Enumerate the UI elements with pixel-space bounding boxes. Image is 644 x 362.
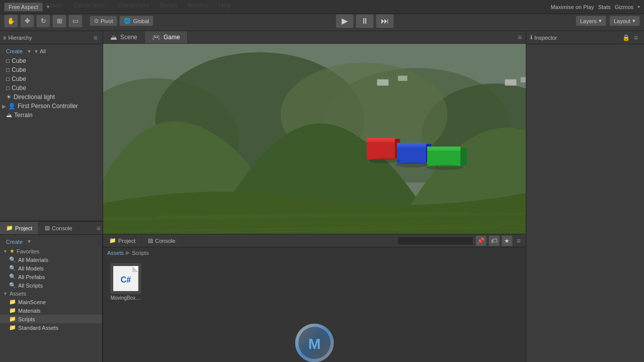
tree-item-all-prefabs[interactable]: 🔍 All Prefabs [0,273,102,281]
asset-name: MovingBox.... [111,295,141,301]
rect-tool-btn[interactable]: ▭ [68,15,83,28]
tab-console[interactable]: ▤ Console [39,222,78,234]
tree-item-all-scripts[interactable]: 🔍 All Scripts [0,281,102,290]
scene-icon: ⛰ [110,33,117,41]
scale-tool-btn[interactable]: ⊞ [52,15,66,28]
console-icon-2: ▤ [148,237,153,244]
folder-icon: 📁 [9,307,16,314]
pause-btn[interactable]: ⏸ [356,14,374,28]
light-icon: ☀ [6,94,12,101]
move-tool-btn[interactable]: ✥ [20,15,34,28]
list-item[interactable]: C# MovingBox.... [108,263,143,301]
project-create-btn[interactable]: Create [3,238,26,246]
tab-project[interactable]: 📁 Project [0,222,39,234]
assets-main: C# MovingBox.... [103,258,526,362]
table-row[interactable]: ☀Directional light [0,93,103,102]
inspector-title: ℹ Inspector [530,34,557,41]
project-bottom: 📁 Project ▤ Console ≡ Create ▾ [0,221,103,362]
terrain-icon: ⛰ [6,112,12,119]
inspector-icon: ℹ [530,34,532,41]
lock-icon[interactable]: 🔒 [622,34,630,41]
assets-toolbar-right: 📌 🏷 ★ ≡ [394,234,526,247]
tree-item-standard-assets[interactable]: 📁 Standard Assets [0,323,102,332]
tree-item-scripts[interactable]: 📁 Scripts [0,315,102,323]
assets-tag-btn[interactable]: 🏷 [489,235,500,246]
project-options-btn[interactable]: ≡ [95,222,103,234]
tab-scene[interactable]: ⛰ Scene [103,31,145,43]
project-tree: Create ▾ ▼ ★ Favorites 🔍 All Materials 🔍 [0,235,103,362]
tree-item-all-materials[interactable]: 🔍 All Materials [0,255,102,264]
cube-icon: □ [6,75,10,82]
hierarchy-icon: ≡ [3,35,6,41]
arrow-icon: ▶ [2,104,6,109]
breadcrumb-scripts: Scripts [132,250,149,256]
game-view [103,44,526,234]
game-icon: 🎮 [152,33,160,41]
tab-project-2[interactable]: 📁 Project [103,234,142,247]
chevron-down-icon: ▾ [599,18,602,24]
tab-game[interactable]: 🎮 Game [145,31,188,43]
terrain-scene [103,44,526,234]
table-row[interactable]: □Cube [0,56,103,65]
view-options-btn[interactable]: ≡ [516,33,524,41]
bottom-tabs-left: 📁 Project ▤ Console [0,222,79,234]
tabs-bar: ⛰ Scene 🎮 Game ≡ [103,31,526,44]
assets-pin-btn[interactable]: 📌 [475,235,487,246]
assets-options-btn[interactable]: ≡ [515,237,523,245]
assets-breadcrumb: Assets ▶ Scripts [103,247,526,258]
rotate-tool-btn[interactable]: ↻ [36,15,50,28]
game-toolbar-right: Maximise on Play Stats Gizmos ▾ [550,4,640,10]
tree-item-materials[interactable]: 📁 Materials [0,306,102,315]
hierarchy-create-btn[interactable]: Create [3,47,26,55]
hierarchy-all-label: All [40,48,46,54]
svg-text:M: M [308,335,321,352]
table-row[interactable]: ⛰Terrain [0,111,103,120]
table-row[interactable]: □Cube [0,74,103,83]
hand-tool-btn[interactable]: ✋ [4,15,18,28]
bottom-content: Create ▾ ▼ ★ Favorites 🔍 All Materials 🔍 [0,235,103,362]
inspector-content [526,44,644,362]
globe-icon: 🌐 [124,18,131,24]
free-aspect-btn[interactable]: Free Aspect [4,3,43,12]
csharp-script-icon: C# [111,263,141,294]
table-row[interactable]: □Cube [0,83,103,93]
fps-icon: 👤 [8,103,16,110]
folder-icon: 📁 [9,316,16,322]
search-icon: 🔍 [9,265,16,272]
cube-icon: □ [6,84,10,92]
right-panel: ℹ Inspector 🔒 ≡ [526,31,644,362]
chevron-icon: ▾ [47,4,49,10]
pivot-btn[interactable]: ⊙ Pivot [90,16,117,26]
hierarchy-content: Create ▾ ▾ All □Cube □Cube □Cube □Cube ☀… [0,44,103,221]
favorites-arrow: ▼ [3,249,8,254]
table-row[interactable]: □Cube [0,65,103,74]
tree-item-all-models[interactable]: 🔍 All Models [0,264,102,273]
hierarchy-options-btn[interactable]: ≡ [92,34,100,42]
search-icon: 🔍 [9,274,16,280]
table-row[interactable]: ▶ 👤 First Person Controller [0,102,103,111]
pivot-group: ⊙ Pivot 🌐 Global [90,16,153,26]
global-btn[interactable]: 🌐 Global [119,16,153,26]
breadcrumb-assets[interactable]: Assets [107,250,124,256]
search-icon: 🔍 [9,282,16,289]
cube-icon: □ [6,66,10,73]
hierarchy-panel: ≡ Hierarchy ≡ Create ▾ ▾ All □Cube □Cube… [0,31,103,221]
play-btn[interactable]: ▶ [336,14,354,28]
project-icon-2: 📁 [109,237,116,244]
inspector-options-btn[interactable]: ≡ [632,34,640,42]
left-panel: ≡ Hierarchy ≡ Create ▾ ▾ All □Cube □Cube… [0,31,103,362]
assets-panel: 📁 Project ▤ Console 📌 🏷 ★ ≡ [103,234,526,362]
toolbar-right: Layers ▾ Layout ▾ [576,16,640,26]
stats-btn[interactable]: Stats [598,4,611,10]
search-icon: 🔍 [9,256,16,263]
assets-star-btn[interactable]: ★ [502,235,513,246]
toolbar: ✋ ✥ ↻ ⊞ ▭ ⊙ Pivot 🌐 Global ▶ ⏸ ⏭ Layers … [0,11,644,31]
cube-icon: □ [6,57,10,64]
layers-dropdown[interactable]: Layers ▾ [576,16,606,26]
layout-dropdown[interactable]: Layout ▾ [609,16,640,26]
transform-tools: ✋ ✥ ↻ ⊞ ▭ [4,15,83,28]
assets-search-input[interactable] [397,236,473,245]
tree-item-mainscene[interactable]: 📁 MainScene [0,298,102,306]
tab-console-2[interactable]: ▤ Console [142,234,182,247]
step-btn[interactable]: ⏭ [376,14,394,28]
